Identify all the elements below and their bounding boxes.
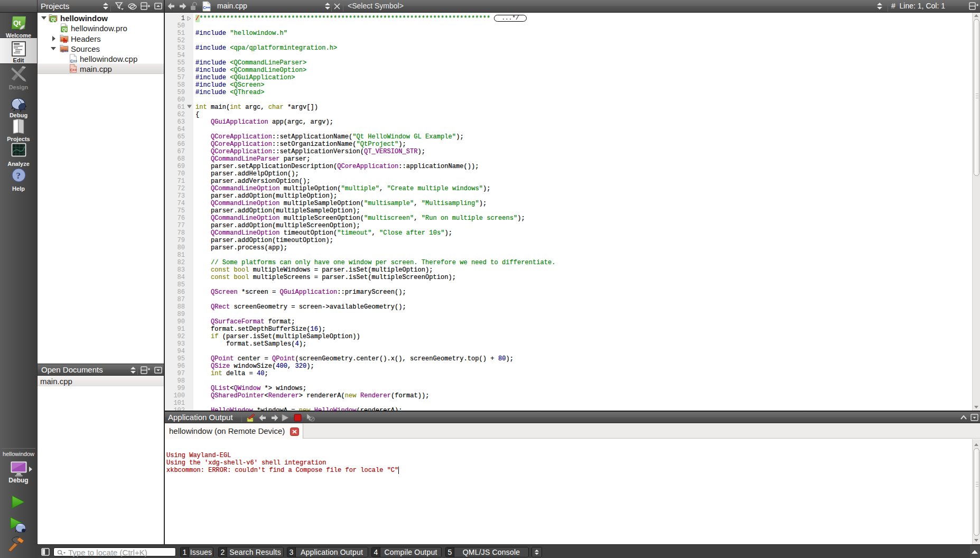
svg-text:C++: C++: [203, 5, 210, 10]
svg-text:Qt: Qt: [62, 27, 67, 32]
svg-text:h: h: [63, 36, 68, 43]
svg-text:C++: C++: [61, 49, 68, 53]
svg-text:C++: C++: [70, 59, 77, 63]
svg-text:?: ?: [16, 171, 21, 181]
svg-text:Qt: Qt: [51, 17, 56, 22]
svg-text:C++: C++: [70, 68, 77, 72]
svg-text:Qt: Qt: [13, 19, 21, 27]
